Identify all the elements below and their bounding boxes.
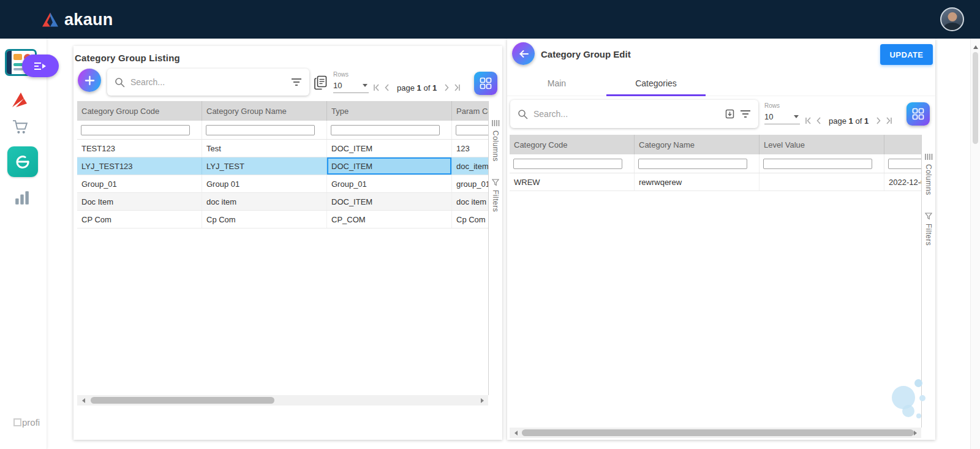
next-page-button[interactable] bbox=[873, 116, 883, 126]
scroll-right-arrow[interactable] bbox=[478, 395, 488, 406]
table-row[interactable]: Group_01 Group 01 Group_01 group_01 bbox=[77, 175, 488, 193]
first-page-button[interactable] bbox=[804, 116, 813, 126]
columns-panel-toggle[interactable]: Columns bbox=[491, 130, 500, 162]
export-button[interactable] bbox=[725, 109, 734, 119]
cell[interactable]: TEST123 bbox=[77, 140, 202, 157]
akaun-logo[interactable]: akaun bbox=[42, 10, 113, 29]
page-scrollbar[interactable] bbox=[970, 39, 980, 449]
column-header[interactable]: Param Co bbox=[452, 101, 488, 121]
export-icon bbox=[725, 109, 734, 119]
sidebar-item-red-app[interactable] bbox=[9, 89, 31, 110]
sidebar-expand-button[interactable] bbox=[22, 55, 59, 77]
prev-page-button[interactable] bbox=[382, 83, 392, 92]
listing-search-input[interactable] bbox=[130, 77, 285, 87]
last-page-icon bbox=[884, 116, 893, 125]
table-horizontal-scrollbar bbox=[77, 395, 488, 406]
duplicate-pages-button[interactable] bbox=[314, 75, 328, 90]
listing-filter-button[interactable] bbox=[291, 78, 302, 86]
add-category-group-button[interactable] bbox=[78, 69, 101, 92]
cell[interactable]: Group 01 bbox=[202, 175, 327, 192]
user-avatar[interactable] bbox=[940, 7, 964, 31]
cell[interactable]: Doc Item bbox=[77, 193, 202, 210]
column-filter-input[interactable] bbox=[81, 125, 190, 135]
table-row[interactable]: CP Com Cp Com CP_COM Cp Com bbox=[77, 211, 488, 228]
grid-view-button[interactable] bbox=[474, 72, 497, 95]
cell[interactable] bbox=[760, 173, 884, 191]
prev-page-button[interactable] bbox=[814, 116, 824, 126]
scrollbar-track[interactable] bbox=[87, 395, 478, 406]
update-button[interactable]: UPDATE bbox=[880, 44, 933, 65]
back-button[interactable] bbox=[512, 42, 535, 65]
cell[interactable]: Cp Com bbox=[202, 211, 327, 228]
column-header[interactable]: Category Group Code bbox=[77, 101, 202, 121]
table-row[interactable]: Doc Item doc item DOC_ITEM doc item bbox=[77, 193, 488, 211]
scrollbar-track[interactable] bbox=[519, 428, 911, 438]
first-page-button[interactable] bbox=[372, 83, 382, 92]
cell[interactable]: DOC_ITEM bbox=[327, 140, 452, 157]
cell[interactable]: 123 bbox=[452, 140, 488, 157]
categories-filter-button[interactable] bbox=[740, 110, 751, 118]
cell[interactable]: Test bbox=[202, 140, 327, 157]
scrollbar-thumb[interactable] bbox=[91, 397, 274, 404]
columns-panel-toggle[interactable]: Columns bbox=[924, 164, 933, 195]
sidebar-item-active-app[interactable] bbox=[7, 146, 38, 177]
tab-categories[interactable]: Categories bbox=[606, 70, 706, 96]
rows-per-page-control[interactable]: Rows 10 bbox=[764, 102, 800, 124]
column-filter-input[interactable] bbox=[331, 125, 440, 135]
cell[interactable]: rewrwqerew bbox=[635, 173, 760, 191]
scroll-left-arrow[interactable] bbox=[77, 395, 87, 406]
rows-per-page-control[interactable]: Rows 10 bbox=[333, 71, 369, 93]
column-header[interactable]: Level Value bbox=[760, 135, 884, 154]
cell[interactable]: LYJ_TEST bbox=[202, 157, 327, 175]
cell[interactable]: doc item bbox=[452, 193, 488, 210]
column-header[interactable]: Category Code bbox=[510, 135, 635, 154]
grid-view-button[interactable] bbox=[907, 102, 930, 126]
focused-cell[interactable]: DOC_ITEM bbox=[327, 157, 452, 175]
cell[interactable]: Group_01 bbox=[77, 175, 202, 192]
cell[interactable]: CP Com bbox=[77, 211, 202, 228]
page-scrollbar-thumb[interactable] bbox=[973, 52, 978, 144]
cell[interactable]: doc item bbox=[202, 193, 327, 210]
cell[interactable]: group_01 bbox=[452, 175, 488, 192]
cell[interactable]: DOC_ITEM bbox=[327, 193, 452, 210]
cell[interactable]: Cp Com bbox=[452, 211, 488, 228]
column-filter-input[interactable] bbox=[638, 159, 747, 169]
table-row-selected[interactable]: LYJ_TEST123 LYJ_TEST DOC_ITEM doc_item bbox=[77, 157, 488, 175]
filters-panel-toggle[interactable]: Filters bbox=[491, 190, 500, 212]
cell[interactable]: doc_item bbox=[452, 157, 488, 175]
scroll-left-arrow[interactable] bbox=[510, 428, 519, 438]
scroll-up-arrow[interactable] bbox=[973, 43, 978, 49]
sidebar: profi bbox=[0, 39, 47, 449]
table-row[interactable]: TEST123 Test DOC_ITEM 123 bbox=[77, 140, 488, 157]
column-header[interactable] bbox=[884, 135, 921, 154]
last-page-button[interactable] bbox=[452, 83, 462, 92]
scrollbar-thumb[interactable] bbox=[522, 429, 914, 436]
edit-panel-title: Category Group Edit bbox=[541, 49, 631, 59]
tab-main[interactable]: Main bbox=[507, 70, 606, 96]
column-header[interactable]: Category Group Name bbox=[202, 101, 327, 121]
cell[interactable]: 2022-12-0 bbox=[884, 173, 921, 191]
column-filter-input[interactable] bbox=[763, 159, 872, 169]
column-header[interactable]: Type bbox=[327, 101, 452, 121]
table-header-row: Category Group Code Category Group Name … bbox=[77, 101, 488, 121]
column-filter-input[interactable] bbox=[888, 159, 921, 169]
cell[interactable]: WREW bbox=[510, 173, 635, 191]
categories-search-input[interactable] bbox=[533, 109, 720, 119]
cell[interactable]: CP_COM bbox=[327, 211, 452, 228]
column-filter-input[interactable] bbox=[513, 159, 622, 169]
page-number: 1 bbox=[849, 116, 853, 126]
tab-main-label: Main bbox=[548, 78, 566, 88]
first-page-icon bbox=[372, 83, 381, 92]
cell[interactable]: LYJ_TEST123 bbox=[77, 157, 202, 175]
sidebar-item-analytics[interactable] bbox=[13, 190, 31, 206]
table-row[interactable]: WREW rewrwqerew 2022-12-0 bbox=[510, 173, 921, 191]
cell[interactable]: Group_01 bbox=[327, 175, 452, 192]
next-page-button[interactable] bbox=[442, 83, 451, 92]
last-page-button[interactable] bbox=[884, 116, 894, 126]
filters-panel-toggle[interactable]: Filters bbox=[924, 224, 933, 246]
sidebar-item-cart[interactable] bbox=[11, 118, 29, 135]
column-header[interactable]: Category Name bbox=[635, 135, 760, 154]
column-filter-input[interactable] bbox=[456, 125, 488, 135]
column-filter-input[interactable] bbox=[206, 125, 315, 135]
caret-down-icon bbox=[794, 115, 799, 118]
